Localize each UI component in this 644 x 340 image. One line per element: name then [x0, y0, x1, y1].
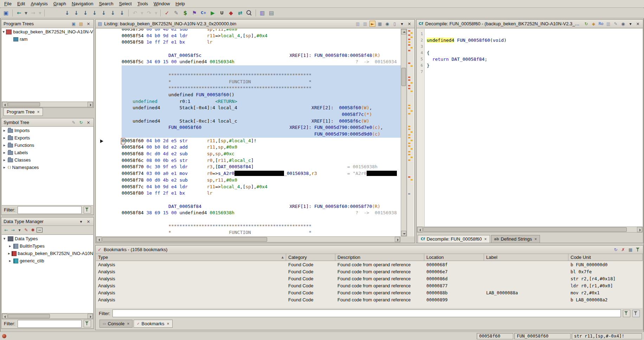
scrollbar-thumb[interactable] — [8, 314, 50, 318]
listing-line[interactable] — [122, 46, 401, 52]
next-bookmark-icon[interactable]: ↓ — [118, 9, 126, 17]
listing-line[interactable]: 00058f6c 08 00 0b e5 str r0,[r11,#local_… — [122, 157, 401, 164]
forward-icon[interactable]: → — [29, 9, 37, 17]
scroll-left-icon[interactable] — [2, 314, 7, 319]
next-data-icon[interactable]: ↓ — [72, 9, 80, 17]
close-tab-icon[interactable]: × — [167, 321, 169, 326]
tree-item-generic-clib[interactable]: ▸generic_clib — [2, 257, 93, 264]
stop-icon[interactable]: ◆ — [227, 9, 235, 17]
menu-select[interactable]: Select — [116, 1, 135, 6]
duplicate-view-icon[interactable]: ▥ — [355, 21, 361, 27]
listing-line[interactable]: undefined4 Stack[-0xc]:4 local_c XREF[1]… — [122, 118, 401, 125]
listing-line[interactable]: 00058f74 03 00 a0 e1 mov r0=>s_A2r0 _001… — [122, 170, 401, 177]
decompile-line[interactable] — [427, 69, 643, 75]
tree-item-backup-beken-bk7252n-ino-a10n[interactable]: ▸backup_beken_BK7252N_INO-A10N — [2, 250, 93, 257]
validate-icon[interactable]: ✓ — [163, 9, 171, 17]
console-window-icon[interactable]: ▤ — [267, 9, 276, 17]
tree-item-backup-beken-bk7252n-ino-a10n-v[interactable]: ▾backup_beken_BK7252N_INO-A10N-V — [2, 28, 93, 35]
listing-line[interactable]: DAT_00058f5c XREF[1]: FUN_00058f08:00058… — [122, 52, 401, 59]
symbol-tree-filter-input[interactable] — [18, 206, 82, 214]
decompile-line[interactable]: } — [427, 63, 643, 69]
snapshot-icon[interactable]: ◉ — [620, 21, 626, 27]
scroll-left-icon[interactable] — [2, 102, 7, 107]
undo-icon[interactable]: ↶ — [131, 9, 139, 17]
program-trees-hscrollbar[interactable] — [2, 102, 93, 107]
menu-tools[interactable]: Tools — [135, 1, 151, 6]
tree-item-data-types[interactable]: ▾Data Types — [2, 235, 93, 242]
next-label-icon[interactable]: ↓ — [90, 9, 99, 17]
back-history-icon[interactable]: ▾ — [24, 9, 28, 17]
close-tab-icon[interactable]: × — [534, 237, 537, 242]
bookmarks-filter-input[interactable] — [112, 309, 621, 317]
listing-line[interactable]: 00058f80 1e ff 2f e1 bx lr — [122, 190, 401, 197]
close-icon[interactable]: × — [85, 119, 91, 125]
add-comment-icon[interactable]: C+ — [199, 9, 208, 17]
tree-item-functions[interactable]: ▸Functions — [2, 142, 93, 149]
scrollbar-thumb[interactable] — [8, 102, 40, 106]
tab-console[interactable]: ▭Console× — [99, 320, 133, 328]
run-script-icon[interactable]: ▶ — [208, 9, 217, 17]
next-function-icon[interactable]: ↓ — [99, 9, 108, 17]
listing-line[interactable]: 00058f5c 34 69 15 00 undefined4 00156934… — [122, 59, 401, 65]
next-non-function-icon[interactable]: ↓ — [109, 9, 117, 17]
listing-line[interactable]: undefined r0:1 <RETURN> — [122, 98, 401, 105]
filter-options-icon[interactable] — [84, 320, 91, 327]
scroll-right-icon[interactable] — [88, 314, 93, 319]
listing-line[interactable]: 00058f68 0c d0 4d e2 sub sp,sp,#0xc — [122, 151, 401, 157]
listing-line[interactable]: * FUNCTION * — [122, 229, 401, 236]
menu-help[interactable]: Help — [173, 1, 188, 6]
listing-line[interactable]: ****************************************… — [122, 85, 401, 92]
tree-item-imports[interactable]: ▸Imports — [2, 127, 93, 134]
menu-window[interactable]: Window — [151, 1, 173, 6]
refresh-icon[interactable]: ↻ — [583, 21, 589, 27]
table-row[interactable]: AnalysisFound CodeFound code from operan… — [96, 268, 643, 275]
cursor-tracking-icon[interactable]: ► — [369, 21, 375, 27]
close-icon[interactable]: × — [635, 21, 641, 27]
tree-item-ram[interactable]: ram — [2, 35, 93, 43]
menu-navigation[interactable]: Navigation — [69, 1, 96, 6]
edit-label-icon[interactable]: ✎ — [172, 9, 180, 17]
tab-decompile-fun-00058f60[interactable]: CfDecompile: FUN_00058f60× — [418, 235, 490, 243]
listing-line[interactable]: 00058f64 00 b0 8d e2 add r11,sp,#0x0 — [122, 144, 401, 151]
data-type-filter-input[interactable] — [18, 320, 82, 328]
decompile-line[interactable] — [427, 31, 643, 37]
scroll-left-icon[interactable] — [96, 237, 102, 242]
memory-map-icon[interactable]: ▥ — [258, 9, 266, 17]
menu-dropdown-icon[interactable]: ▾ — [78, 218, 84, 224]
filter-star-icon[interactable]: ✱ — [30, 227, 36, 233]
local-menu-icon[interactable]: ▾ — [399, 21, 405, 27]
graph-icon[interactable]: ◈ — [591, 21, 597, 27]
menu-search[interactable]: Search — [96, 1, 116, 6]
listing-line[interactable]: 00058f70 0c 30 9f e5 ldr r3,[DAT_00058f8… — [122, 164, 401, 170]
column-header-description[interactable]: Description — [335, 254, 424, 261]
url-icon[interactable]: U — [218, 9, 226, 17]
next-instruction-icon[interactable]: ↓ — [63, 9, 71, 17]
listing-line[interactable]: 00058f7c 04 b0 9d e4 ldr r11=>local_4,[s… — [122, 184, 401, 190]
listing-line[interactable]: 00058f60 04 b0 2d e5 str r11,[sp,#local_… — [122, 138, 401, 144]
decompile-line[interactable] — [427, 44, 643, 50]
close-tab-icon[interactable]: × — [37, 110, 39, 115]
menu-graph[interactable]: Graph — [51, 1, 69, 6]
table-row[interactable]: AnalysisFound CodeFound code from operan… — [96, 261, 643, 268]
menu-file[interactable]: File — [1, 1, 14, 6]
table-row[interactable]: AnalysisFound CodeFound code from operan… — [96, 296, 643, 303]
listing-line[interactable]: 00058f7c(*) — [122, 111, 401, 118]
delete-bookmark-icon[interactable]: ✗ — [620, 247, 626, 253]
listing-marker-strip[interactable] — [407, 29, 414, 236]
decompile-line[interactable]: { — [427, 50, 643, 56]
scroll-right-icon[interactable] — [88, 102, 93, 107]
filter-bookmarks-icon[interactable] — [635, 247, 641, 253]
tree-item-builtintypes[interactable]: ▸BuiltInTypes — [2, 242, 93, 250]
listing-vscrollbar[interactable] — [401, 29, 407, 236]
listing-line[interactable]: 00058f84 38 69 15 00 undefined4 00156938… — [122, 210, 401, 216]
column-header-code-unit[interactable]: Code Unit — [568, 254, 643, 261]
listing-line[interactable]: DAT_00058f84 XREF[1]: FUN_00058f60:00058… — [122, 203, 401, 210]
close-icon[interactable]: × — [85, 218, 91, 224]
close-tab-icon[interactable]: × — [127, 321, 129, 326]
filter-options-icon[interactable] — [84, 206, 91, 214]
split-view-icon[interactable]: ▯ — [392, 21, 398, 27]
table-row[interactable]: AnalysisFound CodeFound code from operan… — [96, 282, 643, 289]
filter-settings-icon[interactable] — [632, 310, 640, 317]
listing-line[interactable] — [122, 216, 401, 223]
listing-line[interactable] — [122, 65, 401, 72]
